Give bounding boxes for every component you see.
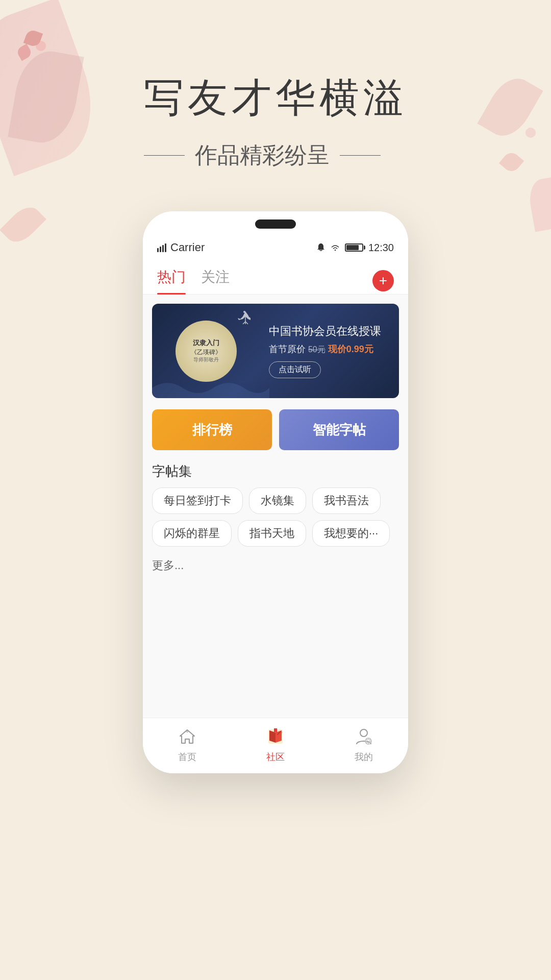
copybook-button[interactable]: 智能字帖 [279,409,399,450]
home-icon [176,725,198,748]
app-content: 热门 关注 + [143,258,408,718]
tabs-bar: 热门 关注 + [143,258,408,295]
svg-rect-0 [157,248,159,252]
status-right: 12:30 [316,242,394,254]
nav-home[interactable]: 首页 [176,725,198,763]
ranking-button[interactable]: 排行榜 [152,409,272,450]
more-collections-button[interactable]: 更多... [152,553,184,578]
bottom-nav: 首页 [143,718,408,773]
banner-current-price: 现价0.99元 [328,344,373,354]
profile-icon [353,725,375,748]
hero-section: 写友才华横溢 作品精彩纷呈 [144,71,407,170]
banner-container: 汉隶入门 《乙瑛碑》 导师郭敬丹 [143,295,408,404]
banner-circle: 汉隶入门 《乙瑛碑》 导师郭敬丹 [176,321,237,382]
phone-top-bar [143,211,408,237]
tag-water-mirror[interactable]: 水镜集 [249,487,306,514]
nav-home-label: 首页 [178,751,196,763]
nav-profile[interactable]: 我的 [353,725,375,763]
bell-icon [316,243,325,252]
wifi-icon [331,243,340,252]
tab-follow[interactable]: 关注 [201,267,230,294]
hero-subtitle: 作品精彩纷呈 [144,140,407,170]
status-bar: Carrier 12:30 [143,237,408,258]
tab-hot[interactable]: 热门 [157,267,186,294]
action-buttons-row: 排行榜 智能字帖 [143,404,408,455]
tag-wishlist[interactable]: 我想要的··· [312,520,390,547]
phone-notch [255,219,296,229]
time-label: 12:30 [368,242,394,254]
nav-community[interactable]: 社区 [264,725,287,763]
banner[interactable]: 汉隶入门 《乙瑛碑》 导师郭敬丹 [152,304,399,398]
tag-my-calligraphy[interactable]: 我书吾法 [312,487,381,514]
banner-circle-line3: 导师郭敬丹 [191,356,221,363]
nav-community-label: 社区 [266,751,285,763]
banner-original-price: 50元 [308,345,325,354]
banner-circle-line1: 汉隶入门 [191,339,221,348]
collection-title: 字帖集 [152,462,399,480]
svg-rect-1 [160,247,161,252]
banner-title: 中国书协会员在线授课 [269,324,391,339]
banner-listen-button[interactable]: 点击试听 [269,361,321,378]
phone-mockup: Carrier 12:30 [143,211,408,773]
banner-price: 首节原价 50元 现价0.99元 [269,343,391,355]
tag-finger-calligraphy[interactable]: 指书天地 [238,520,306,547]
tag-daily-checkin[interactable]: 每日签到打卡 [152,487,243,514]
svg-rect-3 [165,243,166,252]
signal-icon [157,243,166,252]
status-left: Carrier [157,241,205,254]
banner-circle-line2: 《乙瑛碑》 [191,349,221,357]
community-icon [264,725,287,748]
banner-right: 中国书协会员在线授课 首节原价 50元 现价0.99元 点击试听 [261,316,399,385]
page-wrapper: 写友才华横溢 作品精彩纷呈 Carrier [0,0,551,980]
collection-tags: 每日签到打卡 水镜集 我书吾法 闪烁的群星 指书天地 我想要 [152,487,399,578]
carrier-label: Carrier [170,241,205,254]
tag-shining-stars[interactable]: 闪烁的群星 [152,520,232,547]
battery-icon [345,243,363,252]
hero-title: 写友才华横溢 [144,71,407,125]
banner-price-text: 首节原价 [269,344,306,354]
add-tab-button[interactable]: + [372,270,394,291]
crane-icon [233,309,258,329]
banner-circle-content: 汉隶入门 《乙瑛碑》 导师郭敬丹 [191,339,221,363]
nav-profile-label: 我的 [355,751,373,763]
collection-section: 字帖集 每日签到打卡 水镜集 我书吾法 闪烁的群星 指书天地 [143,455,408,585]
svg-point-11 [360,729,367,737]
svg-rect-2 [162,245,164,252]
svg-point-7 [243,311,245,313]
banner-left: 汉隶入门 《乙瑛碑》 导师郭敬丹 [152,304,261,398]
